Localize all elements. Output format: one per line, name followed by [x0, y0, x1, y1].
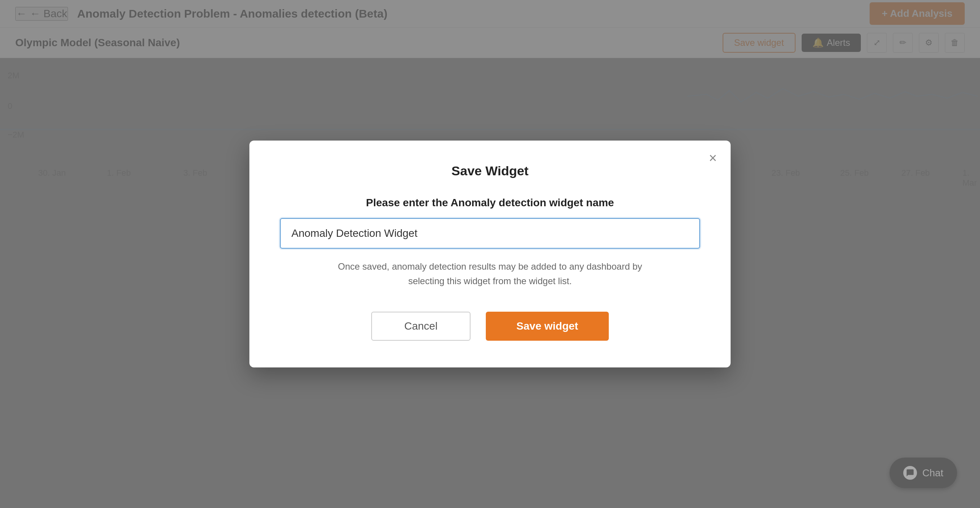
modal-actions: Cancel Save widget	[280, 312, 700, 341]
widget-name-input[interactable]	[280, 218, 700, 249]
modal-field-label: Please enter the Anomaly detection widge…	[280, 197, 700, 209]
close-icon: ×	[709, 150, 717, 166]
cancel-button[interactable]: Cancel	[371, 312, 471, 341]
modal-title: Save Widget	[280, 163, 700, 178]
modal-close-button[interactable]: ×	[709, 151, 717, 165]
modal-hint: Once saved, anomaly detection results ma…	[280, 259, 700, 289]
save-widget-button[interactable]: Save widget	[486, 312, 609, 341]
save-widget-modal: × Save Widget Please enter the Anomaly d…	[249, 141, 731, 367]
